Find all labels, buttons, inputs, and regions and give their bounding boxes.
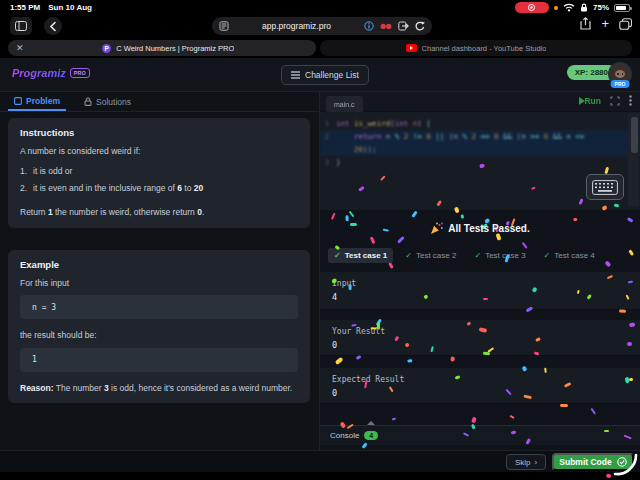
keyboard-icon	[592, 180, 618, 195]
result-row-expected-result: Expected Result 0	[320, 368, 640, 404]
list-item: 2. it is even and in the inclusive range…	[20, 183, 298, 193]
console-caret-icon	[367, 421, 375, 425]
all-tests-passed-banner: All Tests Passed.	[320, 222, 640, 235]
keyboard-toggle[interactable]	[586, 174, 624, 200]
tab-title[interactable]: C Weird Numbers | Programiz PRO	[116, 44, 234, 53]
result-row-your-result: Your Result 0	[320, 320, 640, 356]
test-case-tab-2[interactable]: ✓ Test case 2	[399, 248, 462, 263]
back-button[interactable]	[44, 17, 62, 35]
check-icon: ✓	[405, 251, 412, 260]
problem-tabs: Problem Solutions	[0, 92, 319, 112]
tab-current[interactable]: ✕ P C Weird Numbers | Programiz PRO	[8, 40, 316, 56]
problem-panel: Problem Solutions Instructions A number …	[0, 92, 320, 450]
list-item: 1.it is odd or	[20, 166, 298, 176]
file-tab[interactable]: main.c	[326, 96, 363, 112]
back-icon	[49, 21, 57, 32]
tab-youtube-studio[interactable]: Channel dashboard - YouTube Studio	[320, 40, 632, 56]
browser-toolbar: app.programiz.pro	[0, 15, 640, 38]
test-case-tabs: ✓ Test case 1 ✓ Test case 2 ✓ Test case …	[320, 244, 640, 266]
editor-panel: main.c Run 1int is_weird(int n) {2 retu	[320, 92, 640, 450]
party-popper-icon	[430, 222, 443, 235]
info-icon[interactable]	[364, 21, 374, 31]
instructions-card: Instructions A number is considered weir…	[8, 118, 310, 228]
address-bar[interactable]: app.programiz.pro	[212, 17, 432, 35]
check-icon: ✓	[544, 251, 551, 260]
submit-code-button[interactable]: Submit Code	[552, 453, 634, 471]
code-line: 1int is_weird(int n) {	[320, 117, 640, 130]
check-icon: ✓	[474, 251, 481, 260]
code-lines: 1int is_weird(int n) {2 return n % 2 != …	[320, 112, 640, 169]
screen-recording-indicator[interactable]	[515, 2, 549, 13]
youtube-icon	[406, 44, 417, 52]
programiz-logo[interactable]: Programiz PRO	[12, 67, 90, 79]
battery-percent: 75%	[593, 3, 609, 12]
console-bar[interactable]: Console 4	[320, 425, 640, 445]
orientation-lock-icon	[580, 3, 588, 12]
logo-pro-badge: PRO	[70, 68, 90, 78]
tab-solutions[interactable]: Solutions	[78, 92, 137, 111]
site-header: Programiz PRO Challenge List XP: 2880 PR…	[0, 58, 640, 92]
sidebar-toggle-button[interactable]	[10, 17, 32, 35]
programiz-app: Programiz PRO Challenge List XP: 2880 PR…	[0, 58, 640, 472]
ipad-screen: 1:55 PM Sun 10 Aug 75%	[0, 0, 640, 480]
reload-icon[interactable]	[415, 21, 425, 32]
example-result-label: the result should be:	[20, 329, 298, 341]
sidebar-icon	[15, 21, 27, 31]
example-title: Example	[20, 259, 298, 270]
tab-title[interactable]: Channel dashboard - YouTube Studio	[422, 44, 547, 53]
action-bar: Skip› Submit Code	[0, 450, 640, 472]
run-button[interactable]: Run	[579, 96, 601, 106]
reader-icon[interactable]	[219, 21, 229, 31]
record-icon	[527, 3, 536, 12]
instructions-title: Instructions	[20, 127, 298, 138]
return-note: Return 1 the number is weird, otherwise …	[20, 206, 298, 218]
example-result-code: 1	[20, 348, 298, 372]
clock: 1:55 PM	[10, 3, 40, 12]
lock-icon	[84, 97, 92, 106]
example-input-code: n = 3	[20, 295, 298, 319]
share-icon[interactable]	[580, 17, 591, 30]
kebab-menu-icon[interactable]	[629, 95, 632, 106]
editor-toolbar: main.c Run	[320, 92, 640, 112]
status-bar: 1:55 PM Sun 10 Aug 75%	[0, 0, 640, 15]
result-row-input: Input 4	[320, 272, 640, 310]
submit-check-icon	[617, 457, 627, 467]
close-tab-icon[interactable]: ✕	[16, 43, 24, 53]
code-line: 2 return n % 2 != 0 || (n % 2 == 0 && (n…	[320, 130, 640, 143]
new-tab-button[interactable]: +	[601, 17, 609, 30]
list-icon	[291, 71, 300, 79]
tab-problem[interactable]: Problem	[8, 92, 66, 111]
tab-bar: ✕ P C Weird Numbers | Programiz PRO Chan…	[0, 38, 640, 58]
code-line: 3}	[320, 156, 640, 169]
skip-button[interactable]: Skip›	[506, 454, 546, 470]
programiz-favicon: P	[102, 44, 111, 53]
problem-icon	[14, 97, 22, 105]
check-icon: ✓	[334, 251, 341, 260]
test-case-tab-4[interactable]: ✓ Test case 4	[538, 248, 601, 263]
test-case-tab-3[interactable]: ✓ Test case 3	[468, 248, 531, 263]
challenge-list-button[interactable]: Challenge List	[281, 65, 369, 85]
example-card: Example For this input n = 3 the result …	[8, 250, 310, 403]
pro-badge: PRO	[611, 80, 630, 88]
battery-icon	[614, 4, 630, 12]
console-count-badge: 4	[364, 431, 378, 440]
home-indicator-area	[0, 472, 640, 480]
instructions-list: 1.it is odd or 2. it is even and in the …	[20, 166, 298, 193]
test-case-tab-1[interactable]: ✓ Test case 1	[328, 248, 393, 263]
logo-text: Programiz	[12, 67, 66, 79]
fullscreen-icon[interactable]	[610, 96, 620, 106]
wifi-icon	[563, 3, 575, 12]
avatar[interactable]: PRO	[608, 62, 632, 86]
mic-indicator-dot	[554, 6, 558, 10]
example-reason: Reason: The number 3 is odd, hence it's …	[20, 382, 298, 394]
instructions-intro: A number is considered weird if:	[20, 145, 298, 157]
date: Sun 10 Aug	[48, 3, 92, 12]
code-line: 20));	[320, 143, 640, 156]
open-in-app-icon[interactable]	[398, 21, 409, 31]
chevron-right-icon: ›	[534, 458, 537, 467]
example-input-label: For this input	[20, 277, 298, 289]
extension-glasses-icon[interactable]	[380, 22, 392, 30]
url-text[interactable]: app.programiz.pro	[229, 21, 364, 31]
editor-scrollbar[interactable]	[631, 117, 638, 153]
tab-overview-icon[interactable]	[619, 18, 632, 30]
